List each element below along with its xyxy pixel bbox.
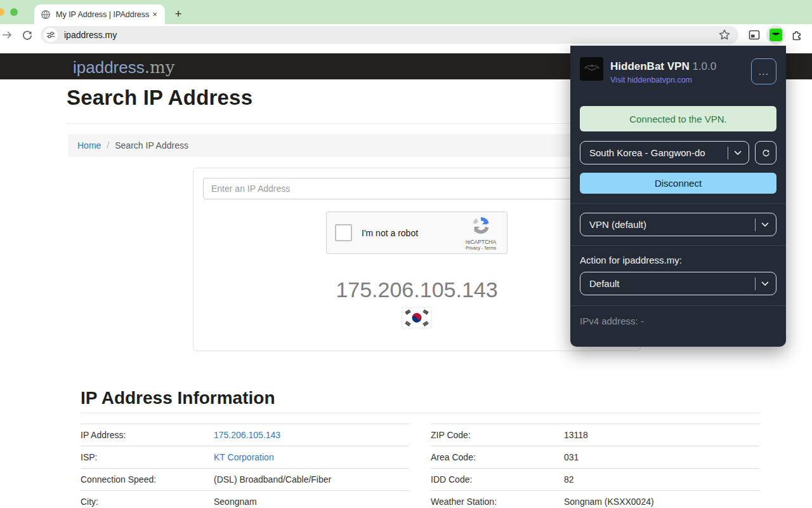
side-panel-icon[interactable] [748, 29, 761, 41]
address-bar[interactable]: ipaddress.my [41, 26, 738, 44]
breadcrumb-separator: / [107, 140, 109, 150]
select-divider [755, 218, 756, 231]
recaptcha-label: I'm not a robot [362, 228, 418, 238]
logo-text-tld: .my [145, 58, 175, 77]
info-value: 82 [564, 474, 574, 485]
info-label: IP Address: [81, 430, 214, 440]
table-row: Area Code: 031 [431, 446, 759, 468]
selected-action: Default [580, 278, 755, 289]
breadcrumb-current: Search IP Address [115, 140, 188, 150]
table-row: ZIP Code: 13118 [431, 424, 759, 446]
info-label: Weather Station: [431, 497, 564, 507]
browser-window: My IP Address | IPAddress.my × + ipaddre… [0, 0, 812, 508]
new-tab-button[interactable]: + [170, 6, 187, 22]
disconnect-button[interactable]: Disconnect [580, 173, 776, 194]
tab-strip: My IP Address | IPAddress.my × + [0, 0, 812, 24]
breadcrumb-home-link[interactable]: Home [77, 140, 101, 150]
logo-text-main: ipaddress [73, 58, 145, 77]
info-label: Area Code: [431, 452, 564, 462]
more-options-button[interactable]: ... [751, 58, 776, 84]
browser-toolbar: ipaddress.my [0, 24, 812, 46]
extensions-puzzle-icon[interactable] [790, 29, 803, 41]
popup-divider [570, 203, 786, 204]
table-row: Weather Station: Songnam (KSXX0024) [431, 490, 759, 508]
recaptcha-brand-text: reCAPTCHA [462, 239, 499, 245]
info-value: (DSL) Broadband/Cable/Fiber [214, 474, 331, 485]
select-divider [755, 277, 756, 290]
reload-icon[interactable] [21, 29, 34, 41]
refresh-icon [761, 148, 771, 157]
chevron-down-icon [761, 222, 769, 227]
browser-tab[interactable]: My IP Address | IPAddress.my × [34, 4, 165, 24]
recaptcha-brand: reCAPTCHA Privacy - Terms [462, 216, 499, 250]
url-text[interactable]: ipaddress.my [64, 30, 117, 40]
ip-address-link[interactable]: 175.206.105.143 [214, 430, 280, 440]
table-row: Connection Speed: (DSL) Broadband/Cable/… [81, 468, 409, 490]
server-location-select[interactable]: South Korea - Gangwon-do [580, 141, 749, 164]
tab-title: My IP Address | IPAddress.my [56, 10, 150, 19]
info-label: Connection Speed: [81, 474, 214, 485]
vpn-title: HiddenBat VPN 1.0.0 [610, 60, 716, 73]
vpn-name: HiddenBat VPN [610, 60, 690, 72]
table-row: ISP: KT Corporation [81, 446, 409, 468]
forward-arrow-icon[interactable] [1, 29, 13, 41]
info-value: Seongnam [214, 497, 257, 507]
ipv4-address-text: IPv4 address: - [580, 316, 644, 326]
select-divider [728, 147, 728, 159]
hiddenbat-vpn-popup: HiddenBat VPN 1.0.0 Visit hiddenbatvpn.c… [570, 46, 786, 347]
info-value: Songnam (KSXX0024) [564, 497, 654, 507]
page-title: Search IP Address [67, 86, 252, 110]
tab-close-icon[interactable]: × [150, 10, 160, 20]
ip-search-input[interactable] [203, 178, 631, 199]
site-action-select[interactable]: Default [580, 272, 776, 295]
site-action-label: Action for ipaddress.my: [580, 255, 682, 265]
info-value: 031 [564, 452, 579, 462]
info-label: ZIP Code: [431, 430, 564, 440]
hiddenbat-logo [580, 57, 603, 81]
bat-outline-icon [584, 61, 600, 77]
site-logo[interactable]: ipaddress.my [73, 58, 174, 77]
recaptcha-checkbox[interactable] [335, 224, 352, 241]
table-row: IP Address: 175.206.105.143 [81, 424, 409, 446]
info-label: IDD Code: [431, 474, 564, 485]
ip-info-table-right: ZIP Code: 13118 Area Code: 031 IDD Code:… [431, 424, 759, 508]
info-value: 13118 [564, 430, 588, 440]
recaptcha-privacy-terms[interactable]: Privacy - Terms [462, 246, 499, 250]
info-section-title: IP Address Information [81, 388, 275, 408]
selected-location: South Korea - Gangwon-do [580, 147, 728, 158]
recaptcha-widget: I'm not a robot reCAPTCHA Privacy - Term… [326, 211, 508, 254]
bookmark-star-icon[interactable] [718, 29, 731, 41]
isp-link[interactable]: KT Corporation [214, 452, 274, 462]
vpn-version: 1.0.0 [692, 60, 716, 72]
ip-info-table-left: IP Address: 175.206.105.143 ISP: KT Corp… [81, 424, 409, 508]
south-korea-flag-icon [402, 307, 432, 328]
table-row: City: Seongnam [81, 490, 409, 508]
popup-divider [570, 245, 786, 246]
info-section-divider [81, 413, 759, 413]
minimize-traffic-light[interactable] [0, 8, 4, 16]
info-label: City: [81, 497, 214, 507]
selected-mode: VPN (default) [580, 219, 755, 230]
chevron-down-icon [761, 281, 769, 286]
proxy-mode-select[interactable]: VPN (default) [580, 213, 776, 236]
hiddenbat-extension-icon[interactable] [769, 29, 782, 41]
popup-divider [570, 305, 786, 306]
site-settings-icon[interactable] [44, 28, 58, 42]
connection-status-banner: Connected to the VPN. [580, 106, 776, 131]
info-label: ISP: [81, 452, 214, 462]
refresh-location-button[interactable] [755, 141, 776, 164]
table-row: IDD Code: 82 [431, 468, 759, 490]
chevron-down-icon [734, 150, 742, 156]
globe-favicon-icon [41, 10, 51, 20]
recaptcha-logo-icon [471, 216, 490, 235]
bat-icon [771, 30, 781, 40]
fullscreen-traffic-light[interactable] [10, 8, 18, 16]
visit-site-link[interactable]: Visit hiddenbatvpn.com [610, 76, 692, 84]
